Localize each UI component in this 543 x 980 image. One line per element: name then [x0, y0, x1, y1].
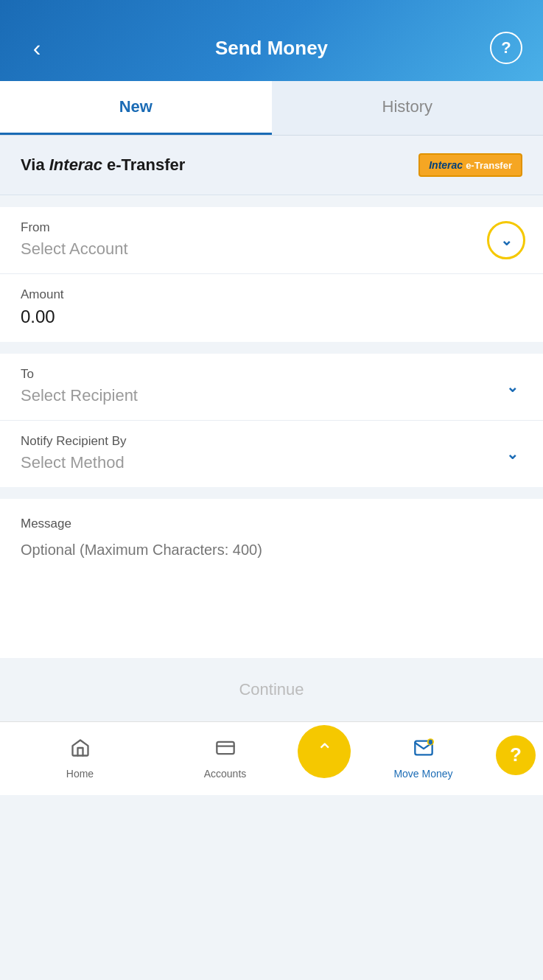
- notify-label: Notify Recipient By: [21, 434, 522, 449]
- notify-chevron-wrapper: ⌄: [499, 441, 525, 467]
- nav-home[interactable]: Home: [7, 738, 153, 780]
- to-label: To: [21, 367, 522, 382]
- tab-bar: New History: [0, 81, 543, 136]
- nav-home-label: Home: [66, 768, 94, 780]
- message-input[interactable]: [21, 542, 522, 637]
- content-area: Via Interac e-Transfer Interac e-Transfe…: [0, 136, 543, 721]
- amount-label: Amount: [21, 287, 522, 302]
- notify-field[interactable]: Notify Recipient By Select Method ⌄: [0, 421, 543, 487]
- home-icon: [70, 738, 91, 763]
- header: ‹ Send Money ?: [0, 0, 543, 81]
- help-button[interactable]: ?: [490, 32, 522, 64]
- chevron-up-icon: ⌃: [316, 739, 333, 763]
- from-chevron-wrapper: ⌄: [487, 221, 525, 259]
- page-title: Send Money: [215, 37, 328, 60]
- to-chevron-wrapper: ⌄: [499, 374, 525, 400]
- notify-chevron-plain: ⌄: [499, 441, 525, 467]
- from-amount-card: From Select Account ⌄ Amount 0.00: [0, 207, 543, 342]
- interac-brand: Interac: [429, 159, 463, 171]
- continue-button[interactable]: Continue: [21, 680, 522, 699]
- nav-more-button[interactable]: ?: [496, 735, 536, 775]
- tab-history[interactable]: History: [272, 81, 544, 135]
- question-icon: ?: [510, 743, 522, 766]
- bottom-nav: Home Accounts ⌃ $ Move Money ?: [0, 721, 543, 795]
- nav-move-money-label: Move Money: [393, 768, 452, 780]
- to-notify-card: To Select Recipient ⌄ Notify Recipient B…: [0, 354, 543, 487]
- mail-icon: $: [413, 738, 434, 763]
- svg-rect-0: [217, 742, 234, 754]
- to-value: Select Recipient: [21, 386, 522, 405]
- nav-move-money[interactable]: $ Move Money: [351, 738, 496, 780]
- amount-field[interactable]: Amount 0.00: [0, 274, 543, 342]
- to-chevron-plain: ⌄: [499, 374, 525, 400]
- nav-accounts[interactable]: Accounts: [153, 738, 298, 780]
- back-button[interactable]: ‹: [21, 32, 53, 64]
- via-section: Via Interac e-Transfer Interac e-Transfe…: [0, 136, 543, 195]
- interac-product: e-Transfer: [466, 160, 512, 171]
- nav-accounts-label: Accounts: [204, 768, 247, 780]
- continue-section: Continue: [0, 658, 543, 721]
- chevron-down-icon: ⌄: [506, 378, 519, 396]
- tab-new[interactable]: New: [0, 81, 272, 135]
- via-text: Via Interac e-Transfer: [21, 155, 185, 175]
- chevron-down-icon: ⌄: [500, 231, 513, 249]
- message-label: Message: [21, 517, 522, 531]
- from-field[interactable]: From Select Account ⌄: [0, 207, 543, 274]
- from-value: Select Account: [21, 239, 522, 259]
- nav-center-button[interactable]: ⌃: [298, 725, 351, 778]
- chevron-down-icon: ⌄: [506, 445, 519, 463]
- to-field[interactable]: To Select Recipient ⌄: [0, 354, 543, 421]
- accounts-icon: [215, 738, 236, 763]
- from-label: From: [21, 220, 522, 235]
- message-card: Message: [0, 499, 543, 658]
- interac-badge: Interac e-Transfer: [418, 153, 522, 177]
- notify-value: Select Method: [21, 453, 522, 472]
- amount-value: 0.00: [21, 307, 522, 327]
- from-chevron-circle: ⌄: [487, 221, 525, 259]
